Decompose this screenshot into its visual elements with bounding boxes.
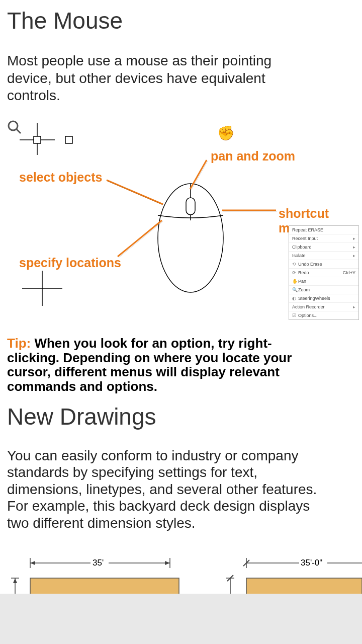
menu-item: Repeat ERASE [292, 227, 323, 232]
svg-marker-24 [165, 561, 170, 565]
svg-line-16 [119, 221, 163, 258]
menu-item: Clipboard [292, 245, 312, 250]
label-pan-zoom: pan and zoom [211, 149, 295, 164]
menu-item: Pan [298, 279, 306, 284]
menu-item: Action Recorder [292, 304, 325, 309]
tip-paragraph: Tip: When you look for an option, try ri… [7, 336, 319, 393]
svg-line-15 [118, 220, 162, 257]
svg-rect-10 [186, 198, 195, 215]
tip-body: When you look for an option, try right-c… [7, 336, 292, 394]
dimension-a: 35' [93, 558, 104, 568]
menu-item: Undo Erase [298, 262, 322, 267]
paragraph-new-drawings: You can easily conform to industry or co… [7, 447, 319, 532]
heading-new-drawings: New Drawings [7, 403, 355, 430]
svg-line-14 [108, 181, 164, 205]
menu-shortcut: Ctrl+Y [343, 270, 355, 275]
svg-marker-28 [13, 578, 17, 583]
mouse-diagram: ✊ [7, 120, 359, 321]
label-specify-locations: specify locations [19, 256, 121, 270]
heading-mouse: The Mouse [7, 7, 355, 34]
label-select-objects: select objects [19, 170, 102, 185]
svg-rect-4 [34, 136, 41, 143]
menu-item: Recent Input [292, 236, 318, 241]
menu-item: Zoom [298, 287, 310, 292]
menu-item: Redo [298, 270, 309, 275]
tip-label: Tip: [7, 336, 31, 351]
menu-item: Options... [298, 313, 318, 318]
paragraph-mouse-intro: Most people use a mouse as their pointin… [7, 52, 289, 105]
dimension-b: 35'-0" [301, 558, 322, 568]
context-menu: Repeat ERASE Recent Input▸ Clipboard▸ Is… [289, 225, 359, 320]
menu-item: SteeringWheels [298, 296, 330, 301]
svg-line-13 [107, 180, 163, 204]
svg-rect-5 [65, 136, 72, 143]
menu-item: Isolate [292, 253, 306, 258]
svg-marker-23 [30, 561, 35, 565]
footer-spacer [0, 594, 362, 644]
